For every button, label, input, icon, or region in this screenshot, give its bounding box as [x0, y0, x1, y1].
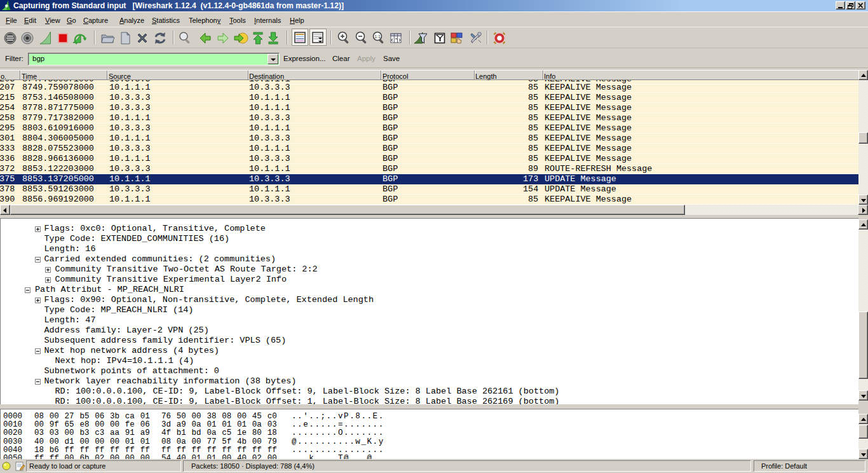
svg-text:1:1: 1:1: [374, 34, 381, 39]
